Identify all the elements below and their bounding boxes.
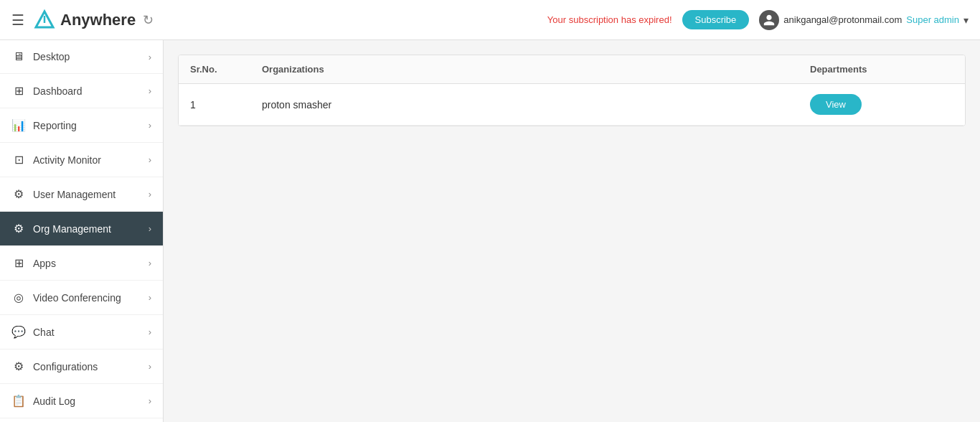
cell-organization: proton smasher [262, 99, 810, 111]
sidebar-label-reporting: Reporting [33, 120, 77, 131]
sidebar-icon-video-conferencing: ◎ [11, 291, 26, 304]
sidebar-icon-activity-monitor: ⊡ [11, 153, 26, 167]
header-left: ☰ Anywhere ↻ [11, 9, 154, 32]
col-departments: Departments [810, 64, 953, 75]
sidebar-label-video-conferencing: Video Conferencing [33, 292, 121, 304]
app-title: Anywhere [60, 11, 136, 29]
sidebar-item-left-configurations: ⚙ Configurations [11, 360, 98, 373]
sidebar-item-org-management[interactable]: ⚙ Org Management › [0, 212, 163, 246]
sidebar-label-chat: Chat [33, 327, 55, 338]
user-avatar-icon [759, 10, 779, 30]
sidebar-label-desktop: Desktop [33, 51, 70, 62]
sidebar-chevron-user-management: › [149, 189, 151, 200]
logo-area: Anywhere ↻ [33, 9, 154, 32]
cell-sr-no: 1 [190, 99, 262, 111]
sidebar-chevron-chat: › [149, 327, 151, 337]
sidebar-item-video-conferencing[interactable]: ◎ Video Conferencing › [0, 281, 163, 315]
sidebar-icon-configurations: ⚙ [11, 360, 26, 373]
sidebar-icon-dashboard: ⊞ [11, 84, 26, 98]
sidebar-item-left-apps: ⊞ Apps [11, 256, 56, 270]
sidebar-item-audit-log[interactable]: 📋 Audit Log › [0, 384, 163, 418]
sidebar-chevron-org-management: › [149, 223, 151, 234]
sidebar-icon-user-management: ⚙ [11, 187, 26, 201]
sidebar-item-left-activity-monitor: ⊡ Activity Monitor [11, 153, 101, 167]
user-menu-chevron-icon: ▾ [963, 14, 969, 26]
subscribe-button[interactable]: Subscribe [682, 10, 750, 29]
sidebar-chevron-audit-log: › [149, 395, 151, 406]
sidebar-chevron-desktop: › [149, 52, 151, 62]
super-admin-label: Super admin [906, 14, 959, 25]
sidebar-chevron-reporting: › [149, 120, 151, 131]
sidebar-item-apps[interactable]: ⊞ Apps › [0, 246, 163, 281]
sidebar-item-user-management[interactable]: ⚙ User Management › [0, 177, 163, 212]
organizations-table: Sr.No. Organizations Departments 1 proto… [178, 55, 966, 126]
sidebar-item-left-dashboard: ⊞ Dashboard [11, 84, 83, 98]
sidebar-item-configurations[interactable]: ⚙ Configurations › [0, 350, 163, 384]
cell-departments: View [810, 94, 953, 115]
col-sr-no: Sr.No. [190, 64, 262, 75]
sidebar-icon-org-management: ⚙ [11, 222, 26, 235]
sidebar-label-configurations: Configurations [33, 361, 98, 372]
sidebar-item-reporting[interactable]: 📊 Reporting › [0, 108, 163, 143]
sidebar-item-left-audit-log: 📋 Audit Log [11, 394, 75, 408]
sidebar-icon-reporting: 📊 [11, 118, 26, 132]
sidebar: 🖥 Desktop › ⊞ Dashboard › 📊 Reporting › … [0, 40, 164, 422]
sidebar-icon-apps: ⊞ [11, 256, 26, 270]
sidebar-label-org-management: Org Management [33, 223, 111, 235]
sidebar-chevron-video-conferencing: › [149, 292, 151, 303]
sidebar-chevron-activity-monitor: › [149, 154, 151, 165]
view-button[interactable]: View [810, 94, 862, 115]
sidebar-item-left-user-management: ⚙ User Management [11, 187, 116, 201]
sidebar-item-left-org-management: ⚙ Org Management [11, 222, 111, 235]
refresh-icon[interactable]: ↻ [143, 12, 154, 28]
col-organizations: Organizations [262, 64, 810, 75]
sidebar-chevron-apps: › [149, 258, 151, 268]
sidebar-item-activity-monitor[interactable]: ⊡ Activity Monitor › [0, 143, 163, 177]
sidebar-icon-desktop: 🖥 [11, 50, 26, 63]
sidebar-item-chat[interactable]: 💬 Chat › [0, 315, 163, 350]
sidebar-item-dashboard[interactable]: ⊞ Dashboard › [0, 74, 163, 108]
sidebar-item-left-video-conferencing: ◎ Video Conferencing [11, 291, 121, 304]
main-content: Sr.No. Organizations Departments 1 proto… [164, 40, 980, 422]
logo-icon [33, 9, 56, 32]
sidebar-item-desktop[interactable]: 🖥 Desktop › [0, 40, 163, 74]
main-layout: 🖥 Desktop › ⊞ Dashboard › 📊 Reporting › … [0, 40, 980, 422]
header-right: Your subscription has expired! Subscribe… [547, 10, 969, 30]
hamburger-menu[interactable]: ☰ [11, 11, 24, 29]
sidebar-item-left-chat: 💬 Chat [11, 325, 55, 339]
sidebar-icon-audit-log: 📋 [11, 394, 26, 408]
table-row: 1 proton smasher View [179, 84, 965, 126]
sidebar-item-left-desktop: 🖥 Desktop [11, 50, 70, 63]
sidebar-chevron-dashboard: › [149, 85, 151, 96]
app-header: ☰ Anywhere ↻ Your subscription has expir… [0, 0, 980, 40]
sidebar-label-apps: Apps [33, 258, 56, 269]
table-header: Sr.No. Organizations Departments [179, 55, 965, 84]
subscription-expired-text: Your subscription has expired! [547, 14, 672, 25]
user-area[interactable]: anikgangal@protonmail.com Super admin ▾ [759, 10, 969, 30]
sidebar-chevron-configurations: › [149, 361, 151, 372]
sidebar-label-dashboard: Dashboard [33, 85, 83, 97]
sidebar-label-audit-log: Audit Log [33, 395, 75, 407]
sidebar-item-left-reporting: 📊 Reporting [11, 118, 77, 132]
user-email: anikgangal@protonmail.com [783, 14, 902, 25]
sidebar-label-user-management: User Management [33, 189, 116, 200]
sidebar-icon-chat: 💬 [11, 325, 26, 339]
sidebar-label-activity-monitor: Activity Monitor [33, 154, 101, 166]
